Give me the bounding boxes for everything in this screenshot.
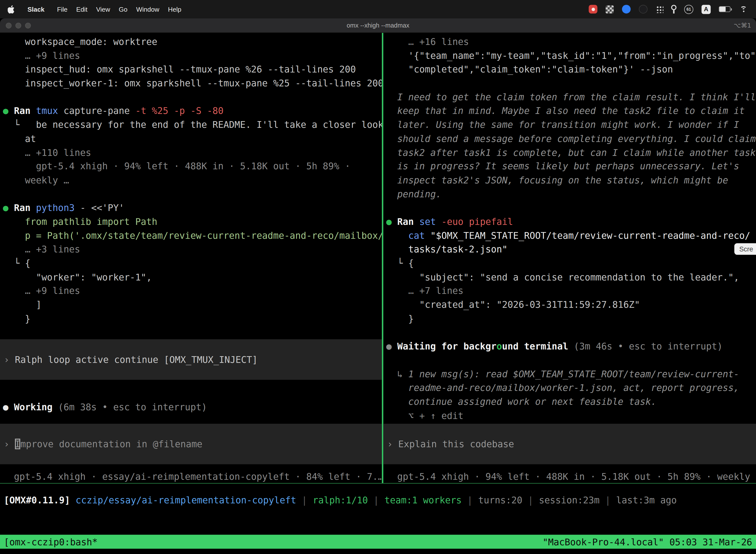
text-segment: inspect task2's JSON, focusing on the st…	[386, 175, 728, 185]
terminal-line: readme-and-reco/mailbox/worker-1.json, a…	[383, 381, 756, 395]
right-terminal-pane[interactable]: … +16 lines '{"team_name":"my-team","tas…	[383, 33, 756, 483]
text-segment: set	[420, 216, 441, 227]
text-segment: ●	[3, 402, 14, 412]
terminal-line: ● Working (6m 38s • esc to interrupt)	[0, 400, 382, 414]
menu-item-help[interactable]: Help	[164, 5, 186, 13]
terminal-line: "completed","claim_token":"claim-token"}…	[383, 63, 756, 76]
terminal-line: cat "$OMX_TEAM_STATE_ROOT/team/review-cu…	[383, 229, 756, 242]
terminal-line: ● Waiting for background terminal (3m 46…	[383, 339, 756, 353]
app-grid-icon[interactable]	[656, 5, 664, 13]
text-segment: … +3 lines	[3, 244, 80, 255]
terminal-line: "subject": "send a concise recommendatio…	[383, 270, 756, 284]
text-segment: … +9 lines	[3, 285, 80, 296]
checkerboard-icon[interactable]	[606, 5, 614, 13]
screen: Slack FileEditViewGoWindowHelp 61A omx -…	[0, 0, 756, 554]
menu-bar-status-icons: 61A	[589, 4, 748, 14]
text-segment: cat	[408, 230, 430, 241]
left-terminal-pane[interactable]: workspace_mode: worktree … +9 lines insp…	[0, 33, 382, 483]
text-segment: Ran	[397, 216, 420, 227]
menu-item-view[interactable]: View	[92, 5, 114, 13]
menu-item-go[interactable]: Go	[114, 5, 132, 13]
text-segment: |	[522, 495, 539, 505]
text-segment	[386, 230, 408, 241]
terminal-window: omx --xhigh --madmax ⌥⌘1 workspace_mode:…	[0, 18, 756, 554]
spacer	[0, 414, 382, 424]
text-segment: Waiting for backgr	[397, 341, 497, 351]
text-segment: 1 new msg(s): read $OMX_TEAM_STATE_ROOT/…	[408, 368, 739, 379]
terminal-line	[0, 90, 382, 104]
text-segment: gpt-5.4 xhigh · essay/ai-reimplementatio…	[3, 471, 382, 482]
terminal-line: tasks/task-2.json"	[383, 242, 756, 257]
text-segment: Ran	[14, 202, 36, 213]
terminal-line: at	[0, 131, 382, 146]
text-segment: I need to get the claim token from the c…	[386, 92, 756, 102]
text-segment: Explain this codebase	[398, 439, 514, 449]
close-button[interactable]	[6, 22, 11, 28]
battery-icon[interactable]	[719, 6, 731, 12]
menu-item-edit[interactable]: Edit	[72, 5, 92, 13]
text-segment: [OMX#0.11.9]	[4, 495, 70, 505]
terminal-line: inspect_worker-1: omx sparkshell --tmux-…	[0, 76, 382, 90]
text-segment: "completed","claim_token":"claim-token"}…	[386, 64, 673, 74]
terminal-line	[383, 353, 756, 367]
terminal-line: └ {	[0, 256, 382, 270]
text-segment: ⌥ + ↑ edit	[386, 410, 463, 421]
terminal-line: from pathlib import Path	[0, 215, 382, 229]
terminal-line: gpt-5.4 xhigh · 94% left · 488K in · 5.1…	[0, 159, 382, 173]
screenshot-tooltip[interactable]: Scre	[735, 243, 756, 255]
zoom-button[interactable]	[25, 22, 31, 28]
terminal-line	[383, 201, 756, 215]
prompt-suggestion[interactable]: › Improve documentation in @filename	[0, 424, 382, 464]
omx-status-line: [OMX#0.11.9] cczip/essay/ai-reimplementa…	[4, 493, 752, 507]
text-segment: … +7 lines	[386, 285, 463, 296]
text-segment: ●	[386, 216, 397, 227]
blue-app-icon[interactable]	[622, 5, 631, 13]
terminal-line: weekly …	[0, 173, 382, 187]
terminal-line: ● Ran python3 - <<'PY'	[0, 201, 382, 215]
wifi-icon[interactable]	[739, 5, 748, 13]
text-segment: (6m 38s • esc to interrupt)	[53, 402, 207, 412]
window-shortcut-hint: ⌥⌘1	[734, 21, 751, 29]
text-segment: └ {	[386, 258, 414, 268]
terminal-line: later. Using the same for transition mig…	[383, 118, 756, 132]
prompt-suggestion[interactable]: › Ralph loop active continue [OMX_TMUX_I…	[0, 339, 382, 380]
terminal-line: └ {	[383, 256, 756, 270]
terminal-line: ]	[0, 298, 382, 312]
terminal-line: inspect task2's JSON, focusing on the st…	[383, 173, 756, 187]
menu-item-file[interactable]: File	[53, 5, 72, 13]
terminal-line: '{"team_name":"my-team","task_id":"1","f…	[383, 49, 756, 63]
horizontal-divider	[0, 483, 756, 484]
text-segment: "created_at": "2026-03-31T11:59:27.816Z"	[386, 299, 640, 310]
spacer	[383, 464, 756, 469]
macos-menu-bar: Slack FileEditViewGoWindowHelp 61A	[0, 0, 756, 18]
prompt-suggestion[interactable]: › Explain this codebase	[383, 424, 756, 464]
terminal-line: gpt-5.4 xhigh · essay/ai-reimplementatio…	[0, 469, 382, 483]
terminal-panes: workspace_mode: worktree … +9 lines insp…	[0, 33, 756, 483]
text-segment: … +16 lines	[386, 36, 469, 47]
terminal-line: keep that in mind. Maybe I also need the…	[383, 104, 756, 118]
badge-61-icon[interactable]: 61	[684, 4, 693, 14]
text-segment: is in progress? It seems likely but perh…	[386, 161, 739, 171]
terminal-line: … +110 lines	[0, 146, 382, 159]
minimize-button[interactable]	[15, 22, 21, 28]
menu-item-window[interactable]: Window	[132, 5, 164, 13]
apple-menu-icon[interactable]	[8, 5, 14, 13]
terminal-line: workspace_mode: worktree	[0, 35, 382, 49]
menu-items: FileEditViewGoWindowHelp	[53, 5, 186, 13]
terminal-line: ● Ran set -euo pipefail	[383, 215, 756, 229]
keyboard-layout-icon[interactable]: A	[701, 4, 711, 14]
text-segment: turns:20	[478, 495, 522, 505]
window-title-bar[interactable]: omx --xhigh --madmax ⌥⌘1	[0, 18, 756, 33]
text-segment: Ran	[14, 106, 36, 116]
text-segment: }	[386, 313, 414, 324]
wifi-dot	[743, 11, 744, 12]
text-segment: capture-pane	[63, 106, 135, 116]
terminal-line: "created_at": "2026-03-31T11:59:27.816Z"	[383, 298, 756, 312]
terminal-line: I need to get the claim token from the c…	[383, 90, 756, 104]
terminal-line: ● Ran tmux capture-pane -t %25 -p -S -80	[0, 104, 382, 118]
key-icon[interactable]	[672, 4, 676, 14]
dark-app-icon[interactable]	[639, 5, 648, 13]
terminal-line: continue assigned work or next feasible …	[383, 395, 756, 408]
active-app-name[interactable]: Slack	[23, 5, 49, 13]
screen-recording-icon[interactable]	[589, 5, 597, 13]
